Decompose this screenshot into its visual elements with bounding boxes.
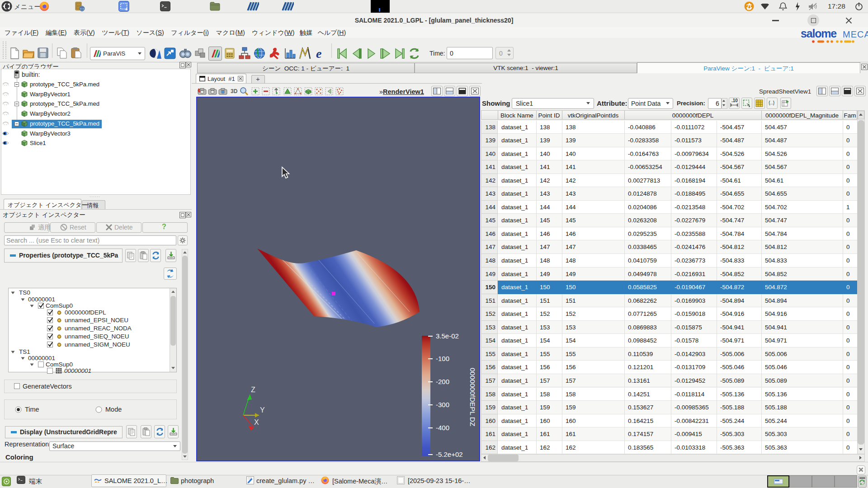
svg-text:-200: -200 [436,378,449,385]
svg-text:-5.2e+02: -5.2e+02 [436,450,463,458]
svg-text:e: e [316,47,321,60]
svg-text:X: X [254,418,259,426]
svg-text:Z: Z [251,386,255,394]
svg-text:0000000fDEPL DZ: 0000000fDEPL DZ [469,368,476,427]
svg-text:Y: Y [260,406,265,414]
svg-text:3.5e-02: 3.5e-02 [436,332,459,340]
svg-text:-400: -400 [436,424,449,432]
svg-text:-300: -300 [436,401,449,408]
svg-text:-100: -100 [436,355,449,362]
